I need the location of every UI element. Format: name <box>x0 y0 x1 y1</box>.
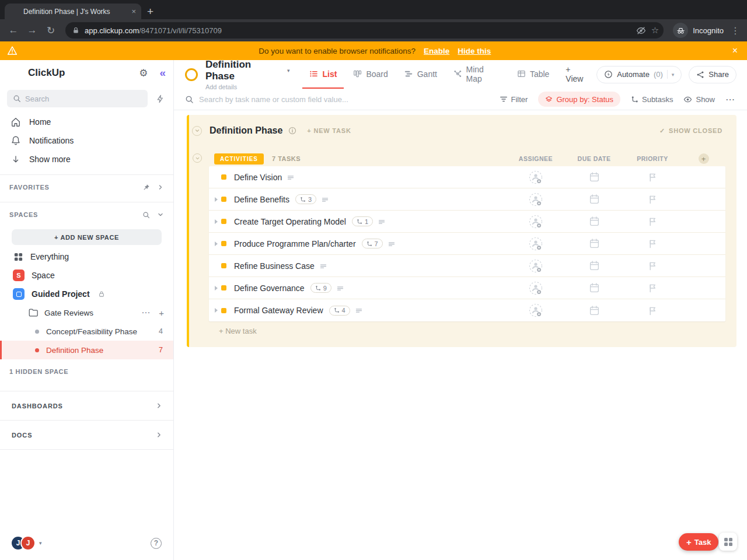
description-icon[interactable] <box>337 285 344 292</box>
collapse-sidebar-icon[interactable]: « <box>159 66 166 79</box>
calendar-icon[interactable] <box>589 260 600 271</box>
priority-flag-icon[interactable] <box>648 261 658 271</box>
due-date-cell[interactable] <box>565 305 623 316</box>
sidebar-item-everything[interactable]: Everything <box>0 247 173 266</box>
reload-button[interactable]: ↻ <box>42 22 60 38</box>
automate-button[interactable]: Automate (0) ▾ <box>596 66 682 83</box>
hidden-space-link[interactable]: 1 HIDDEN SPACE <box>0 365 173 378</box>
tab-table[interactable]: Table <box>510 60 556 89</box>
automate-caret-icon[interactable]: ▾ <box>672 72 675 78</box>
sidebar-item-definition-phase[interactable]: Definition Phase 7 <box>0 341 173 359</box>
task-row[interactable]: Refine Business Case <box>209 255 725 277</box>
priority-cell[interactable] <box>623 194 682 204</box>
assignee-cell[interactable] <box>507 192 565 206</box>
quick-action-bolt-icon[interactable] <box>151 90 169 107</box>
banner-close-icon[interactable]: × <box>732 46 738 56</box>
add-assignee-icon[interactable] <box>529 215 543 229</box>
task-name[interactable]: Formal Gateway Review <box>234 306 323 315</box>
favorites-section[interactable]: FAVORITES <box>0 178 173 196</box>
show-button[interactable]: Show <box>683 95 715 104</box>
priority-cell[interactable] <box>623 172 682 182</box>
add-assignee-icon[interactable] <box>529 192 543 206</box>
priority-flag-icon[interactable] <box>648 172 658 182</box>
task-search-input[interactable] <box>199 95 489 104</box>
task-name[interactable]: Create Target Operating Model <box>234 217 346 226</box>
task-row[interactable]: Define Benefits 3 <box>209 188 725 211</box>
task-status-square[interactable] <box>221 263 226 268</box>
column-priority[interactable]: PRIORITY <box>623 155 682 162</box>
sidebar-item-space[interactable]: S Space <box>0 266 173 285</box>
priority-cell[interactable] <box>623 216 682 226</box>
user-menu-caret-icon[interactable]: ▾ <box>39 540 42 546</box>
task-status-square[interactable] <box>221 241 226 246</box>
priority-cell[interactable] <box>623 239 682 249</box>
sidebar-item-show-more[interactable]: Show more <box>0 150 173 169</box>
task-row[interactable]: Produce Programme Plan/charter 7 <box>209 233 725 255</box>
due-date-cell[interactable] <box>565 260 623 271</box>
task-status-square[interactable] <box>221 285 226 290</box>
description-icon[interactable] <box>388 240 395 247</box>
assignee-cell[interactable] <box>507 170 565 184</box>
assignee-cell[interactable] <box>507 215 565 229</box>
sidebar-item-docs[interactable]: DOCS <box>0 421 173 449</box>
task-row[interactable]: Create Target Operating Model 1 <box>209 211 725 233</box>
tab-mind-map[interactable]: Mind Map <box>446 60 508 89</box>
task-name[interactable]: Refine Business Case <box>234 261 315 271</box>
description-icon[interactable] <box>355 307 362 314</box>
task-status-square[interactable] <box>221 197 226 202</box>
expand-caret-icon[interactable] <box>215 197 218 202</box>
calendar-icon[interactable] <box>589 238 600 249</box>
calendar-icon[interactable] <box>589 216 600 227</box>
back-button[interactable]: ← <box>5 22 22 38</box>
info-icon[interactable] <box>288 127 296 135</box>
collapse-group-icon[interactable] <box>192 126 202 136</box>
subtask-count-pill[interactable]: 3 <box>295 194 316 204</box>
forward-button[interactable]: → <box>23 22 41 38</box>
column-due-date[interactable]: DUE DATE <box>565 155 623 162</box>
new-tab-button[interactable]: + <box>147 6 153 17</box>
task-search[interactable] <box>185 95 489 104</box>
due-date-cell[interactable] <box>565 282 623 293</box>
task-status-square[interactable] <box>221 308 226 313</box>
tab-gantt[interactable]: Gantt <box>397 60 444 89</box>
sidebar-item-dashboards[interactable]: DASHBOARDS <box>0 391 173 420</box>
subtask-count-pill[interactable]: 7 <box>362 239 383 249</box>
enable-link[interactable]: Enable <box>424 47 449 55</box>
description-icon[interactable] <box>320 262 327 270</box>
assignee-cell[interactable] <box>507 303 565 317</box>
eye-off-icon[interactable] <box>636 26 646 36</box>
create-task-button[interactable]: + Task <box>679 533 718 551</box>
sidebar-search-input[interactable] <box>25 94 142 103</box>
priority-cell[interactable] <box>623 261 682 271</box>
expand-caret-icon[interactable] <box>215 286 218 290</box>
priority-flag-icon[interactable] <box>648 283 658 293</box>
due-date-cell[interactable] <box>565 194 623 205</box>
app-launcher-button[interactable] <box>719 533 737 551</box>
settings-gear-icon[interactable]: ⚙ <box>139 67 148 79</box>
expand-caret-icon[interactable] <box>215 242 218 246</box>
sidebar-item-gate-reviews[interactable]: Gate Reviews ⋯ + <box>0 303 173 322</box>
sidebar-item-guided-project[interactable]: Guided Project <box>0 285 173 303</box>
task-name[interactable]: Define Benefits <box>234 195 289 204</box>
add-assignee-icon[interactable] <box>529 303 543 317</box>
hide-this-link[interactable]: Hide this <box>458 47 491 55</box>
collapse-status-icon[interactable] <box>193 153 202 163</box>
sidebar-item-notifications[interactable]: Notifications <box>0 131 173 150</box>
favorites-chevron-icon[interactable] <box>157 184 164 191</box>
add-assignee-icon[interactable] <box>529 170 543 184</box>
task-row[interactable]: Define Vision <box>209 166 725 188</box>
subtasks-button[interactable]: Subtasks <box>631 95 673 104</box>
tab-close-icon[interactable]: × <box>131 8 136 15</box>
priority-flag-icon[interactable] <box>648 194 658 204</box>
subtask-count-pill[interactable]: 4 <box>329 306 350 316</box>
expand-caret-icon[interactable] <box>215 308 218 313</box>
description-icon[interactable] <box>322 196 329 203</box>
calendar-icon[interactable] <box>589 282 600 293</box>
tab-list[interactable]: List <box>302 60 344 89</box>
add-assignee-icon[interactable] <box>529 281 543 295</box>
due-date-cell[interactable] <box>565 172 623 183</box>
priority-flag-icon[interactable] <box>648 239 658 249</box>
tab-board[interactable]: Board <box>346 60 395 89</box>
task-row[interactable]: Formal Gateway Review 4 <box>209 299 725 321</box>
bookmark-star-icon[interactable]: ☆ <box>651 25 659 36</box>
